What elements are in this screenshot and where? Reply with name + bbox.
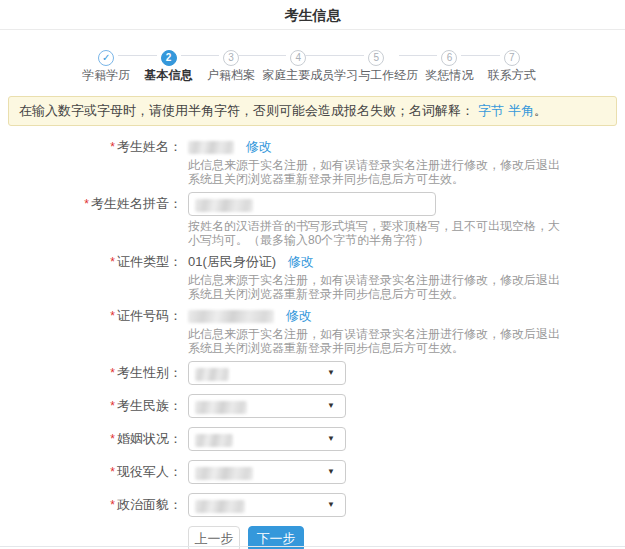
- candidate-name-row: *考生姓名： 修改 此信息来源于实名注册，如有误请登录实名注册进行修改，修改后退…: [0, 138, 625, 186]
- required-mark: *: [110, 432, 115, 446]
- step-number: 4: [290, 50, 306, 66]
- id-number-content: 修改 此信息来源于实名注册，如有误请登录实名注册进行修改，修改后退出系统且关闭浏…: [188, 307, 560, 355]
- step-label: 基本信息: [137, 67, 199, 84]
- marital-status-redacted-value: [195, 434, 233, 447]
- military-service-label-wrap: *现役军人：: [0, 460, 182, 484]
- id-type-value: 01(居民身份证): [188, 254, 276, 269]
- name-pinyin-help: 按姓名的汉语拼音的书写形式填写，要求顶格写，且不可出现空格，大小写均可。（最多输…: [188, 219, 560, 247]
- required-mark: *: [110, 399, 115, 413]
- id-number-help: 此信息来源于实名注册，如有误请登录实名注册进行修改，修改后退出系统且关闭浏览器重…: [188, 327, 560, 355]
- gender-row: *考生性别： ▼: [0, 361, 625, 385]
- modify-id-number-link[interactable]: 修改: [286, 308, 312, 323]
- step-label: 户籍档案: [200, 67, 262, 84]
- step-academic-record[interactable]: ✓ 学籍学历: [75, 47, 137, 84]
- name-pinyin-input[interactable]: [188, 192, 436, 216]
- stepper: ✓ 学籍学历 2 基本信息 3 户籍档案 4 家庭主要成员 5 学习与: [75, 47, 543, 84]
- id-number-redacted-value: [188, 310, 274, 323]
- candidate-name-label-wrap: *考生姓名：: [0, 138, 182, 186]
- halfwidth-warning-notice: 在输入数字或字母时，请使用半角字符，否则可能会造成报名失败；名词解释：字节半角。: [8, 96, 617, 126]
- step-label: 家庭主要成员: [262, 67, 334, 84]
- required-mark: *: [110, 366, 115, 380]
- id-number-label-wrap: *证件号码：: [0, 307, 182, 355]
- dropdown-arrow-icon: ▼: [327, 501, 335, 509]
- gender-select[interactable]: ▼: [188, 361, 346, 385]
- step-number: 7: [504, 50, 520, 66]
- dropdown-arrow-icon: ▼: [327, 435, 335, 443]
- ethnicity-select[interactable]: ▼: [188, 394, 346, 418]
- bottom-divider: [0, 546, 625, 547]
- ethnicity-label: 考生民族：: [117, 398, 182, 413]
- name-pinyin-content: 按姓名的汉语拼音的书写形式填写，要求顶格写，且不可出现空格，大小写均可。（最多输…: [188, 192, 560, 247]
- political-status-content: ▼: [188, 493, 346, 517]
- id-type-row: *证件类型： 01(居民身份证) 修改 此信息来源于实名注册，如有误请登录实名注…: [0, 253, 625, 301]
- step-household-file[interactable]: 3 户籍档案: [200, 47, 262, 84]
- candidate-name-help: 此信息来源于实名注册，如有误请登录实名注册进行修改，修改后退出系统且关闭浏览器重…: [188, 158, 560, 186]
- required-mark: *: [110, 498, 115, 512]
- step-number: 2: [161, 50, 177, 66]
- military-service-select[interactable]: ▼: [188, 460, 346, 484]
- step-rewards-punishments[interactable]: 6 奖惩情况: [418, 47, 480, 84]
- name-pinyin-row: *考生姓名拼音： 按姓名的汉语拼音的书写形式填写，要求顶格写，且不可出现空格，大…: [0, 192, 625, 247]
- name-pinyin-label-wrap: *考生姓名拼音：: [0, 192, 182, 247]
- dropdown-arrow-icon: ▼: [327, 369, 335, 377]
- step-label: 联系方式: [481, 67, 543, 84]
- step-study-work-history[interactable]: 5 学习与工作经历: [334, 47, 418, 84]
- gender-redacted-value: [195, 368, 229, 381]
- marital-status-label: 婚姻状况：: [117, 431, 182, 446]
- step-basic-info[interactable]: 2 基本信息: [137, 47, 199, 84]
- step-number: 6: [441, 50, 457, 66]
- modify-id-type-link[interactable]: 修改: [288, 254, 314, 269]
- basic-info-form: *考生姓名： 修改 此信息来源于实名注册，如有误请登录实名注册进行修改，修改后退…: [0, 138, 625, 549]
- modify-name-link[interactable]: 修改: [246, 139, 272, 154]
- required-mark: *: [84, 197, 89, 211]
- candidate-name-redacted-value: [188, 141, 234, 154]
- military-service-redacted-value: [195, 467, 253, 480]
- marital-status-label-wrap: *婚姻状况：: [0, 427, 182, 451]
- required-mark: *: [110, 255, 115, 269]
- gender-label-wrap: *考生性别：: [0, 361, 182, 385]
- military-service-label: 现役军人：: [117, 464, 182, 479]
- notice-suffix: 。: [534, 103, 547, 118]
- page-title: 考生信息: [0, 0, 625, 30]
- required-mark: *: [110, 140, 115, 154]
- name-pinyin-redacted-value: [195, 199, 253, 212]
- step-family-members[interactable]: 4 家庭主要成员: [262, 47, 334, 84]
- id-number-row: *证件号码： 修改 此信息来源于实名注册，如有误请登录实名注册进行修改，修改后退…: [0, 307, 625, 355]
- marital-status-row: *婚姻状况： ▼: [0, 427, 625, 451]
- required-mark: *: [110, 465, 115, 479]
- id-type-content: 01(居民身份证) 修改 此信息来源于实名注册，如有误请登录实名注册进行修改，修…: [188, 253, 560, 301]
- notice-text: 在输入数字或字母时，请使用半角字符，否则可能会造成报名失败；名词解释：: [19, 103, 474, 118]
- ethnicity-content: ▼: [188, 394, 346, 418]
- step-label: 奖惩情况: [418, 67, 480, 84]
- candidate-info-page: 考生信息 ✓ 学籍学历 2 基本信息 3 户籍档案 4 家庭主要成员: [0, 0, 625, 549]
- byte-glossary-link[interactable]: 字节: [478, 103, 504, 118]
- ethnicity-redacted-value: [195, 401, 247, 414]
- military-service-row: *现役军人： ▼: [0, 460, 625, 484]
- name-pinyin-label: 考生姓名拼音：: [91, 196, 182, 211]
- political-status-row: *政治面貌： ▼: [0, 493, 625, 517]
- id-type-label: 证件类型：: [117, 254, 182, 269]
- step-label: 学籍学历: [75, 67, 137, 84]
- id-number-label: 证件号码：: [117, 308, 182, 323]
- step-connector: 7: [481, 47, 543, 64]
- id-type-label-wrap: *证件类型：: [0, 253, 182, 301]
- step-number: 5: [368, 50, 384, 66]
- gender-content: ▼: [188, 361, 346, 385]
- ethnicity-row: *考生民族： ▼: [0, 394, 625, 418]
- dropdown-arrow-icon: ▼: [327, 402, 335, 410]
- step-number: 3: [223, 50, 239, 66]
- ethnicity-label-wrap: *考生民族：: [0, 394, 182, 418]
- political-status-label-wrap: *政治面貌：: [0, 493, 182, 517]
- step-label: 学习与工作经历: [334, 67, 418, 84]
- political-status-label: 政治面貌：: [117, 497, 182, 512]
- political-status-select[interactable]: ▼: [188, 493, 346, 517]
- halfwidth-glossary-link[interactable]: 半角: [508, 103, 534, 118]
- dropdown-arrow-icon: ▼: [327, 468, 335, 476]
- marital-status-select[interactable]: ▼: [188, 427, 346, 451]
- candidate-name-content: 修改 此信息来源于实名注册，如有误请登录实名注册进行修改，修改后退出系统且关闭浏…: [188, 138, 560, 186]
- marital-status-content: ▼: [188, 427, 346, 451]
- candidate-name-label: 考生姓名：: [117, 139, 182, 154]
- political-status-redacted-value: [195, 500, 245, 513]
- step-contact-info[interactable]: 7 联系方式: [481, 47, 543, 84]
- step-done-check-icon: ✓: [98, 50, 114, 66]
